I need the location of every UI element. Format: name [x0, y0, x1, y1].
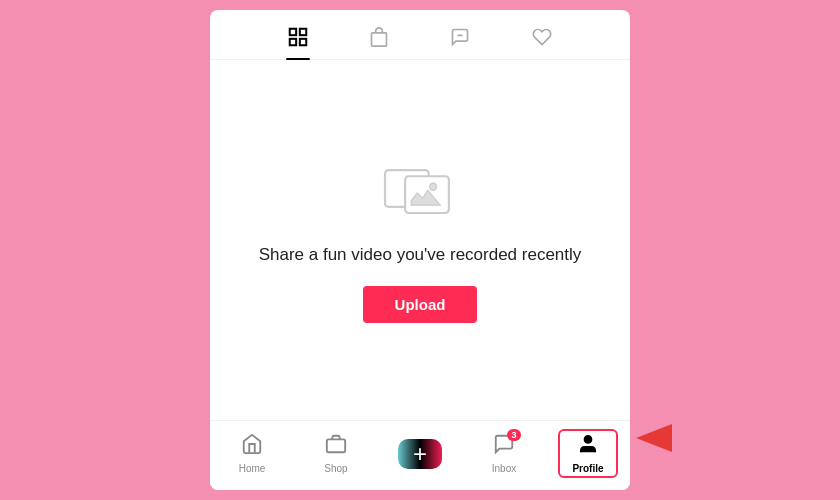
svg-rect-3 [300, 39, 306, 45]
tab-liked[interactable] [521, 21, 563, 58]
nav-create[interactable]: + [390, 439, 450, 469]
tagged-icon [449, 27, 471, 52]
tab-tagged[interactable] [439, 21, 481, 58]
main-content: Share a fun video you've recorded recent… [210, 60, 630, 420]
svg-rect-9 [327, 439, 345, 452]
inbox-badge: 3 [507, 429, 521, 441]
tab-shop[interactable] [359, 20, 399, 59]
home-label: Home [239, 463, 266, 474]
nav-shop[interactable]: Shop [306, 433, 366, 474]
svg-rect-4 [372, 33, 387, 46]
home-icon [241, 433, 263, 461]
empty-message: Share a fun video you've recorded recent… [259, 243, 582, 267]
svg-point-8 [430, 183, 437, 190]
shop-nav-icon [325, 433, 347, 461]
create-button[interactable]: + [398, 439, 442, 469]
inbox-icon: 3 [493, 433, 515, 461]
plus-icon: + [413, 442, 427, 466]
liked-icon [531, 27, 553, 52]
svg-rect-1 [300, 29, 306, 35]
shop-label: Shop [324, 463, 347, 474]
profile-icon [577, 433, 599, 461]
profile-label: Profile [572, 463, 603, 474]
shop-icon [369, 26, 389, 53]
svg-rect-2 [290, 39, 296, 45]
videos-icon [287, 26, 309, 53]
svg-rect-0 [290, 29, 296, 35]
bottom-nav-bar: Home Shop + [210, 420, 630, 490]
empty-state-icon [380, 157, 460, 227]
upload-button[interactable]: Upload [363, 286, 478, 323]
nav-home[interactable]: Home [222, 433, 282, 474]
inbox-label: Inbox [492, 463, 516, 474]
svg-point-10 [584, 436, 591, 443]
nav-inbox[interactable]: 3 Inbox [474, 433, 534, 474]
red-arrow-icon [612, 424, 672, 452]
nav-profile[interactable]: Profile [558, 429, 618, 478]
phone-screen: Share a fun video you've recorded recent… [210, 10, 630, 490]
arrow-indicator [612, 424, 672, 452]
tab-videos[interactable] [277, 20, 319, 59]
top-tab-bar [210, 10, 630, 60]
